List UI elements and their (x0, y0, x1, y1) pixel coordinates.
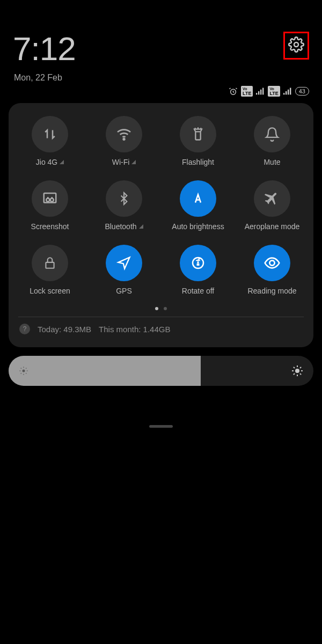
screenshot-toggle[interactable] (32, 180, 68, 217)
reading-icon (264, 254, 281, 272)
svg-line-25 (26, 373, 26, 374)
status-bar: VoLTE VoLTE 43 (0, 83, 322, 97)
svg-rect-7 (286, 91, 287, 94)
lock-toggle[interactable] (32, 245, 68, 281)
rotate-label: Rotate off (182, 287, 214, 295)
alarm-icon (229, 87, 238, 96)
rotate-toggle[interactable] (180, 245, 216, 281)
tile-auto-bright[interactable]: Auto brightness (161, 180, 235, 231)
mute-label: Mute (264, 158, 280, 166)
flashlight-label: Flashlight (182, 158, 214, 166)
tile-wifi[interactable]: Wi-Fi (87, 116, 161, 166)
help-icon[interactable]: ? (19, 324, 30, 334)
clock-time: 7:12 (13, 30, 76, 68)
airplane-icon (264, 191, 280, 207)
svg-point-0 (294, 42, 298, 47)
mobile-data-label: Jio 4G (36, 158, 64, 166)
wifi-icon (115, 126, 133, 143)
tile-screenshot[interactable]: Screenshot (13, 180, 87, 231)
brightness-slider[interactable] (9, 356, 313, 386)
airplane-toggle[interactable] (254, 180, 290, 217)
svg-line-26 (21, 373, 21, 374)
pager-dot-0 (155, 307, 158, 310)
panel-divider (18, 317, 304, 317)
svg-rect-12 (44, 193, 56, 203)
svg-rect-11 (195, 131, 200, 140)
bluetooth-label: Bluetooth (105, 222, 143, 231)
tile-mobile-data[interactable]: Jio 4G (13, 116, 87, 166)
header-date: Mon, 22 Feb (0, 73, 322, 83)
tile-lock[interactable]: Lock screen (13, 245, 87, 295)
flashlight-icon (191, 127, 206, 142)
svg-rect-6 (283, 93, 284, 94)
data-usage-month: This month: 1.44GB (99, 325, 170, 334)
svg-rect-9 (290, 88, 291, 95)
bluetooth-icon (117, 192, 131, 206)
brightness-low-icon (18, 365, 29, 376)
tile-mute[interactable]: Mute (235, 116, 309, 166)
svg-rect-17 (197, 264, 200, 266)
svg-line-34 (300, 374, 301, 375)
tile-airplane[interactable]: Aeroplane mode (235, 180, 309, 231)
reading-toggle[interactable] (254, 245, 290, 281)
gps-icon (116, 255, 131, 270)
settings-button-highlight (283, 32, 309, 60)
screenshot-icon (42, 191, 58, 207)
mobile-data-toggle[interactable] (32, 116, 68, 152)
svg-rect-4 (260, 90, 261, 95)
svg-point-14 (50, 198, 54, 201)
signal1-icon (256, 87, 265, 95)
svg-line-24 (21, 368, 21, 369)
expand-triangle-icon (131, 160, 136, 164)
svg-line-27 (26, 368, 26, 369)
mute-icon (265, 127, 280, 142)
expand-triangle-icon (60, 160, 64, 164)
svg-rect-5 (262, 88, 264, 95)
auto-bright-icon (190, 191, 206, 207)
pager-dot-1 (164, 307, 167, 310)
tile-reading[interactable]: Reading mode (235, 245, 309, 295)
data-usage-today: Today: 49.3MB (38, 325, 91, 334)
rotate-icon (190, 255, 206, 271)
home-handle[interactable] (149, 425, 173, 428)
gear-icon (288, 36, 304, 53)
wifi-label: Wi-Fi (112, 158, 136, 166)
auto-bright-label: Auto brightness (172, 222, 224, 231)
svg-rect-15 (46, 262, 54, 268)
tile-bluetooth[interactable]: Bluetooth (87, 180, 161, 231)
tile-gps[interactable]: GPS (87, 245, 161, 295)
svg-rect-8 (288, 90, 289, 95)
quick-settings-panel: Jio 4GWi-FiFlashlightMuteScreenshotBluet… (9, 103, 313, 347)
brightness-high-icon (291, 364, 304, 377)
mute-toggle[interactable] (254, 116, 290, 152)
bluetooth-toggle[interactable] (106, 180, 142, 217)
mobile-data-icon (42, 126, 58, 142)
airplane-label: Aeroplane mode (245, 222, 300, 231)
battery-indicator: 43 (295, 87, 309, 96)
screenshot-label: Screenshot (31, 222, 69, 231)
lock-label: Lock screen (30, 287, 70, 295)
sim2-net-badge: VoLTE (268, 86, 280, 97)
svg-point-18 (269, 260, 274, 265)
tile-flashlight[interactable]: Flashlight (161, 116, 235, 166)
brightness-fill (9, 356, 201, 386)
auto-bright-toggle[interactable] (180, 180, 216, 217)
settings-button[interactable] (288, 36, 304, 55)
svg-line-36 (300, 367, 301, 368)
reading-label: Reading mode (247, 287, 296, 295)
tile-rotate[interactable]: Rotate off (161, 245, 235, 295)
gps-label: GPS (116, 287, 132, 295)
svg-point-10 (123, 138, 125, 140)
svg-rect-3 (258, 91, 259, 94)
svg-line-33 (294, 367, 295, 368)
svg-point-28 (295, 369, 299, 373)
svg-point-13 (46, 198, 49, 201)
svg-line-35 (294, 374, 295, 375)
flashlight-toggle[interactable] (180, 116, 216, 152)
pager-dots[interactable] (13, 307, 309, 310)
gps-toggle[interactable] (106, 245, 142, 281)
sim1-net-badge: VoLTE (241, 86, 253, 97)
svg-rect-2 (256, 93, 257, 94)
lock-icon (43, 256, 57, 270)
wifi-toggle[interactable] (106, 116, 142, 152)
